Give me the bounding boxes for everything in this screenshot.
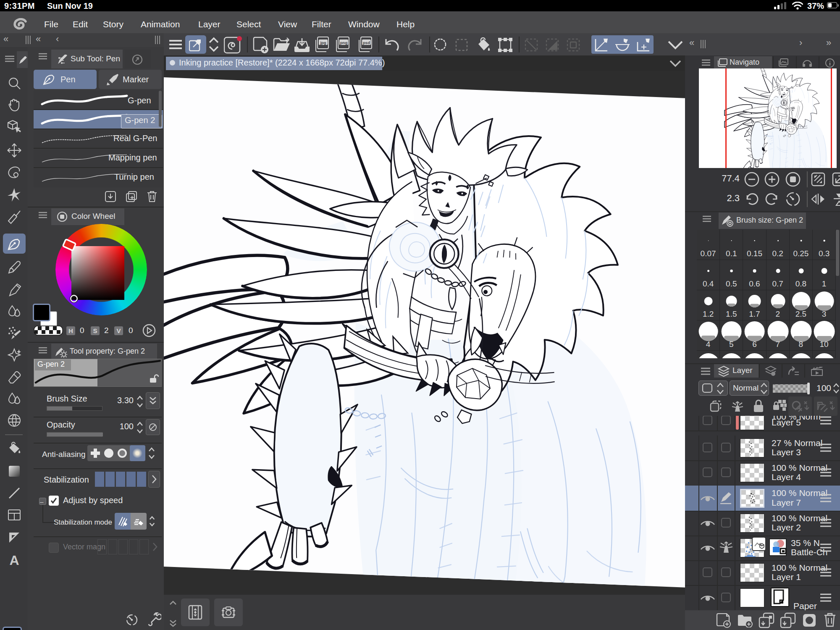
svg-text:jpg: jpg: [320, 40, 326, 45]
svg-text:psd: psd: [363, 40, 370, 45]
svg-text:A: A: [9, 554, 19, 568]
svg-text:png: png: [340, 40, 348, 45]
